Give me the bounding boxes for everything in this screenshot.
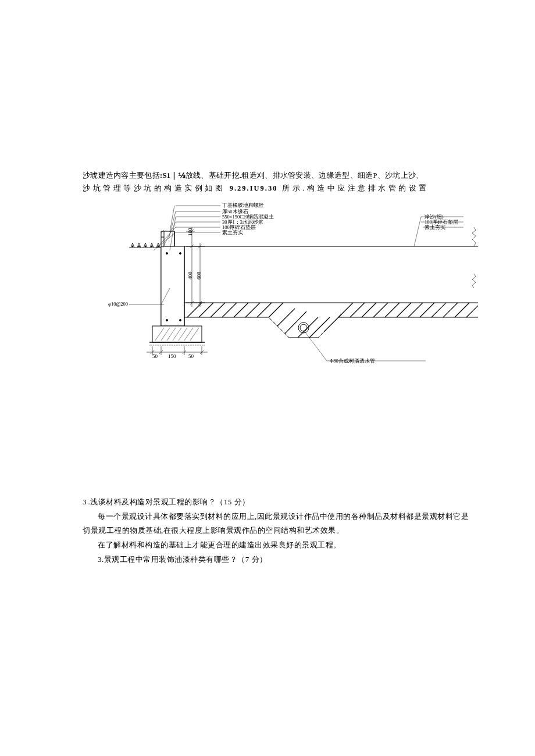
construction-diagram: 丁基橡胶地脚螺栓 厚50木缘石 550×150C20钢筋混凝土 30厚1：3水泥… (129, 195, 478, 367)
dim-400: 400 (187, 272, 193, 280)
label-rebar: φ10@200 (108, 301, 128, 307)
label-r3: 素土夯实 (425, 224, 445, 231)
dim-100: 100 (187, 228, 193, 237)
svg-line-80 (304, 330, 327, 361)
svg-point-1 (132, 246, 133, 247)
svg-rect-9 (164, 231, 174, 246)
paragraph-2: 沙坑管理等沙坑的构造实例如图 9.29.IU9.30 所示.构造中应注意排水管的… (83, 182, 476, 194)
svg-point-17 (180, 320, 181, 321)
p2-text-c: 所示.构造中应注意排水管的设置 (282, 184, 429, 192)
label-l5: 素土夯实 (222, 230, 243, 237)
lower-content: 3.浅谈材料及构造对景观工程的影响？（15 分） 每一个景观设计具体都要落实到材… (83, 495, 476, 567)
svg-line-56 (408, 303, 423, 317)
svg-line-41 (234, 303, 248, 317)
svg-line-59 (443, 303, 458, 317)
svg-line-58 (431, 303, 446, 317)
svg-line-54 (385, 303, 400, 317)
svg-line-52 (362, 303, 376, 317)
p1-text-a: 沙琥建造内容主要包括 (83, 171, 160, 180)
svg-line-57 (420, 303, 434, 317)
answer-p1: 每一个景观设计具体都要落实到材料的应用上,因此景观设计作品中使用的各种制品及材料… (83, 510, 476, 538)
svg-line-37 (187, 303, 202, 317)
svg-line-50 (338, 303, 353, 317)
svg-point-16 (166, 320, 168, 321)
svg-line-42 (245, 303, 260, 317)
svg-point-15 (180, 253, 181, 255)
p2-bold: 9.29.IU9.30 (230, 184, 278, 192)
svg-line-32 (269, 317, 289, 338)
answer-p2: 在了解材料和构造的基础上才能更合理的建造出效果良好的景观工程。 (83, 538, 476, 553)
svg-point-4 (151, 246, 152, 247)
paragraph-1: 沙琥建造内容主要包括:S1｜⅓放线、基础开挖.粗造刈、排水管安装、边缘造型、细造… (83, 170, 476, 181)
p1-text-c: 放线、基础开挖.粗造刈、排水管安装、边缘造型、细造P、沙坑上沙、 (186, 171, 424, 180)
top-content: 沙琥建造内容主要包括:S1｜⅓放线、基础开挖.粗造刈、排水管安装、边缘造型、细造… (83, 170, 476, 367)
svg-line-51 (350, 303, 365, 317)
question-3b: 3.景观工程中常用装饰油漆种类有哪些？（7 分） (83, 553, 476, 567)
q3-text: .浅谈材料及构造对景观工程的影响？（15 分） (88, 497, 250, 506)
svg-line-55 (397, 303, 411, 317)
svg-line-53 (373, 303, 388, 317)
svg-line-39 (211, 303, 225, 317)
svg-line-40 (222, 303, 237, 317)
question-3: 3.浅谈材料及构造对景观工程的影响？（15 分） (83, 495, 476, 510)
svg-line-44 (269, 303, 283, 317)
svg-line-48 (309, 317, 330, 338)
svg-line-45 (277, 309, 295, 326)
dim-600: 600 (196, 272, 202, 280)
svg-line-75 (414, 217, 421, 246)
svg-point-3 (145, 246, 146, 247)
p2-text-a: 沙坑管理等沙坑的构造实例如图 (83, 184, 225, 192)
p1-bold: :S1｜⅓ (160, 171, 186, 180)
svg-line-60 (455, 303, 469, 317)
svg-line-43 (257, 303, 272, 317)
svg-line-61 (466, 306, 478, 317)
q3-num: 3 (83, 497, 88, 506)
dim-50a: 50 (152, 353, 158, 359)
svg-line-47 (298, 317, 318, 338)
dim-50b: 50 (188, 353, 194, 359)
label-pipe: Φ80合成树脂透水管 (330, 358, 375, 365)
svg-rect-11 (161, 246, 184, 326)
svg-point-14 (166, 253, 168, 255)
svg-point-2 (138, 246, 140, 247)
svg-line-38 (199, 303, 213, 317)
dim-150: 150 (168, 353, 176, 359)
